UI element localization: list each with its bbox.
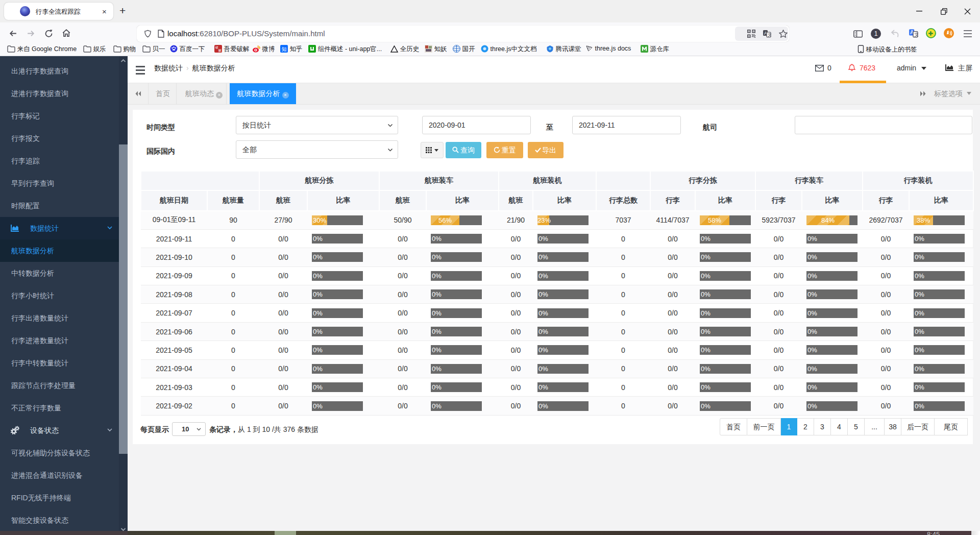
svg-text:破: 破 <box>215 46 218 49</box>
svg-text:知: 知 <box>282 46 287 52</box>
svg-text:文: 文 <box>914 32 918 37</box>
svg-text:文: 文 <box>768 33 771 37</box>
svg-text:解: 解 <box>218 49 222 53</box>
